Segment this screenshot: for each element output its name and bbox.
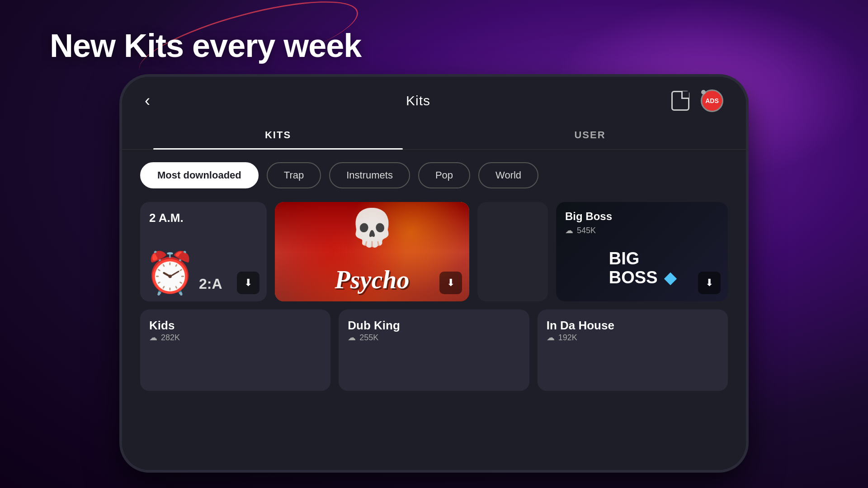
file-button[interactable] bbox=[669, 89, 692, 112]
hero-title: New Kits every week bbox=[50, 27, 361, 64]
card-2am-download[interactable]: ⬇ bbox=[237, 272, 259, 294]
filter-most-downloaded[interactable]: Most downloaded bbox=[140, 162, 259, 188]
filter-world[interactable]: World bbox=[478, 162, 538, 188]
file-icon bbox=[671, 91, 689, 111]
bigboss-stat: ☁ 545K bbox=[565, 225, 719, 235]
psycho-download-icon: ⬇ bbox=[447, 277, 455, 289]
cards-row-2: Kids ☁ 282K Dub King ☁ 255K In D bbox=[140, 310, 728, 391]
header-icons: ADS bbox=[669, 89, 723, 112]
dubking-cloud-icon: ☁ bbox=[348, 333, 356, 343]
bigboss-download-icon: ⬇ bbox=[705, 277, 713, 289]
card-2am[interactable]: 2 A.M. ⏰ 2:A ⬇ bbox=[140, 202, 267, 301]
tabs-bar: KITS USER bbox=[122, 121, 746, 150]
bigboss-title: Big Boss bbox=[565, 210, 719, 223]
card-psycho[interactable]: 💀 Psycho ⬇ bbox=[275, 202, 469, 301]
bigboss-downloads: 545K bbox=[577, 226, 596, 235]
dubking-downloads: 255K bbox=[359, 333, 378, 343]
ads-button[interactable]: ADS bbox=[701, 89, 723, 112]
card-bigboss[interactable]: Big Boss ☁ 545K BIG BOSS bbox=[556, 202, 728, 301]
diamond-icon bbox=[664, 272, 677, 285]
kids-downloads: 282K bbox=[161, 333, 180, 343]
phone-frame: ‹ Kits ADS KITS USER Most downloaded bbox=[122, 77, 746, 470]
card-empty bbox=[477, 202, 548, 301]
filter-instrumets[interactable]: Instrumets bbox=[329, 162, 410, 188]
app-header: ‹ Kits ADS bbox=[122, 77, 746, 121]
card-dubking[interactable]: Dub King ☁ 255K bbox=[339, 310, 529, 391]
kids-stat: ☁ 282K bbox=[149, 333, 321, 343]
cards-row-1: 2 A.M. ⏰ 2:A ⬇ 💀 Psycho ⬇ bbox=[140, 202, 728, 301]
inhouse-title: In Da House bbox=[547, 319, 719, 333]
cloud-icon: ☁ bbox=[565, 225, 573, 235]
filter-trap[interactable]: Trap bbox=[267, 162, 321, 188]
skull-icon: 💀 bbox=[349, 206, 395, 249]
inhouse-cloud-icon: ☁ bbox=[547, 333, 555, 343]
inhouse-downloads: 192K bbox=[558, 333, 577, 343]
header-title: Kits bbox=[406, 93, 430, 108]
filter-row: Most downloaded Trap Instrumets Pop Worl… bbox=[122, 150, 746, 197]
download-icon: ⬇ bbox=[244, 277, 252, 289]
bigboss-logo: BIG BOSS bbox=[609, 249, 675, 287]
card-inhouse[interactable]: In Da House ☁ 192K bbox=[538, 310, 728, 391]
card-kids[interactable]: Kids ☁ 282K bbox=[140, 310, 330, 391]
cards-area: 2 A.M. ⏰ 2:A ⬇ 💀 Psycho ⬇ bbox=[122, 197, 746, 470]
card-psycho-download[interactable]: ⬇ bbox=[439, 272, 462, 294]
tab-user[interactable]: USER bbox=[434, 121, 746, 149]
bigboss-info: Big Boss ☁ 545K bbox=[556, 202, 728, 235]
filter-pop[interactable]: Pop bbox=[418, 162, 470, 188]
card-2am-title: 2 A.M. bbox=[149, 211, 258, 225]
card-2am-text: 2:A bbox=[199, 276, 222, 292]
clock-icon: ⏰ bbox=[145, 249, 195, 297]
app-content: ‹ Kits ADS KITS USER Most downloaded bbox=[122, 77, 746, 470]
card-bigboss-download[interactable]: ⬇ bbox=[698, 272, 721, 294]
dubking-stat: ☁ 255K bbox=[348, 333, 520, 343]
kids-cloud-icon: ☁ bbox=[149, 333, 157, 343]
kids-title: Kids bbox=[149, 319, 321, 333]
inhouse-stat: ☁ 192K bbox=[547, 333, 719, 343]
tab-kits[interactable]: KITS bbox=[122, 121, 434, 149]
dubking-title: Dub King bbox=[348, 319, 520, 333]
back-button[interactable]: ‹ bbox=[145, 91, 167, 110]
